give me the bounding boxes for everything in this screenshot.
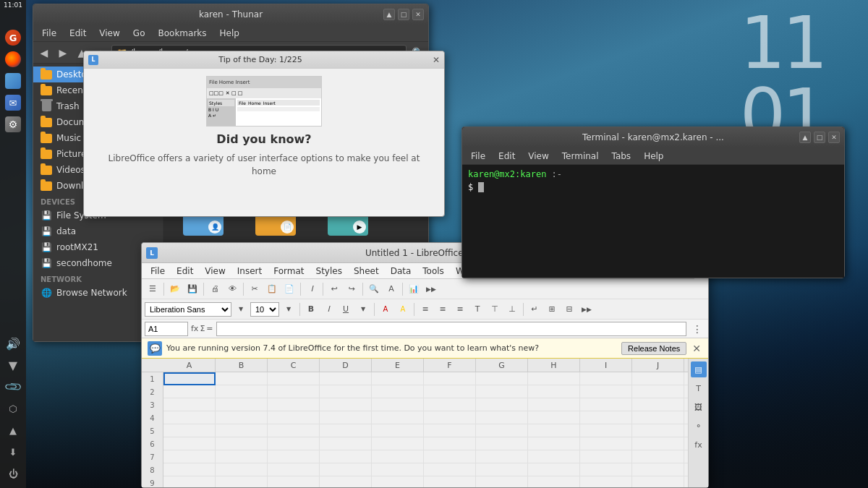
cell-f4[interactable] — [424, 411, 476, 424]
cell-a4[interactable] — [163, 411, 216, 424]
lo-tb-redo[interactable]: ↪ — [344, 281, 359, 297]
cell-d4[interactable] — [320, 411, 372, 424]
lo-tb-chart[interactable]: 📊 — [406, 281, 422, 297]
cell-j1[interactable] — [632, 372, 684, 385]
cell-e1[interactable] — [372, 372, 424, 385]
lo-sidebar-image-btn[interactable]: 🖼 — [691, 399, 707, 415]
dock-item-power[interactable]: ⏻ — [3, 463, 23, 484]
cell-f6[interactable] — [424, 437, 476, 450]
cell-i2[interactable] — [580, 385, 632, 398]
terminal-menu-terminal[interactable]: Terminal — [556, 150, 605, 163]
terminal-menu-view[interactable]: View — [522, 150, 554, 163]
cell-e9[interactable] — [372, 476, 424, 487]
cell-g7[interactable] — [476, 450, 528, 463]
tip-dialog-close-btn[interactable]: ✕ — [433, 55, 440, 65]
cell-g2[interactable] — [476, 385, 528, 398]
lo-tb-align-right[interactable]: ≡ — [452, 301, 468, 317]
lo-tb-preview[interactable]: 👁 — [224, 281, 240, 297]
cell-j4[interactable] — [632, 411, 684, 424]
cell-i9[interactable] — [580, 476, 632, 487]
cell-j9[interactable] — [632, 476, 684, 487]
thunar-maximize-btn[interactable]: □ — [398, 9, 409, 20]
cell-e6[interactable] — [372, 437, 424, 450]
cell-d3[interactable] — [320, 398, 372, 411]
thunar-minimize-btn[interactable]: ▲ — [383, 9, 395, 20]
cell-d7[interactable] — [320, 450, 372, 463]
cell-h8[interactable] — [528, 463, 580, 476]
cell-e7[interactable] — [372, 450, 424, 463]
dock-item-audio[interactable]: 🔊 — [3, 333, 23, 354]
lo-font-name-select[interactable]: Liberation Sans — [145, 302, 231, 317]
lo-tb-copy[interactable]: 📋 — [264, 281, 280, 297]
cell-d1[interactable] — [320, 372, 372, 385]
dock-item-attach[interactable]: 📎 — [3, 377, 23, 397]
lo-menu-sheet[interactable]: Sheet — [348, 265, 385, 278]
sum-btn[interactable]: Σ — [200, 324, 205, 333]
cell-a2[interactable] — [163, 385, 216, 398]
lo-tb-cut[interactable]: ✂ — [247, 281, 263, 297]
cell-h1[interactable] — [528, 372, 580, 385]
cell-f9[interactable] — [424, 476, 476, 487]
dock-item-settings[interactable]: ⚙ — [3, 114, 23, 134]
thunar-back-btn[interactable]: ◀ — [36, 45, 52, 61]
cell-d9[interactable] — [320, 476, 372, 487]
dock-item-network[interactable]: ▼ — [3, 355, 23, 375]
cell-c1[interactable] — [268, 372, 320, 385]
cell-j3[interactable] — [632, 398, 684, 411]
cell-f8[interactable] — [424, 463, 476, 476]
lo-tb-align-center[interactable]: ≡ — [435, 301, 451, 317]
lo-tb-bold-btn[interactable]: B — [303, 301, 319, 317]
release-notes-button[interactable]: Release Notes — [621, 342, 686, 355]
cell-h9[interactable] — [528, 476, 580, 487]
cell-g4[interactable] — [476, 411, 528, 424]
cell-e3[interactable] — [372, 398, 424, 411]
cell-f3[interactable] — [424, 398, 476, 411]
lo-menu-edit[interactable]: Edit — [171, 265, 199, 278]
lo-sidebar-text-btn[interactable]: T — [691, 380, 707, 396]
cell-c2[interactable] — [268, 385, 320, 398]
thunar-menu-edit[interactable]: Edit — [64, 27, 92, 40]
cell-b1[interactable] — [216, 372, 268, 385]
thunar-close-btn[interactable]: ✕ — [412, 9, 424, 20]
cell-e8[interactable] — [372, 463, 424, 476]
dock-item-up[interactable]: ▲ — [3, 420, 23, 440]
cell-e5[interactable] — [372, 424, 424, 437]
equal-btn[interactable]: = — [206, 324, 213, 333]
cell-a8[interactable] — [163, 463, 216, 476]
lo-tb-text[interactable]: T — [469, 301, 485, 317]
lo-tb-align-left[interactable]: ≡ — [417, 301, 433, 317]
cell-c3[interactable] — [268, 398, 320, 411]
cell-b8[interactable] — [216, 463, 268, 476]
cell-i3[interactable] — [580, 398, 632, 411]
cell-h6[interactable] — [528, 437, 580, 450]
lo-tb-highlight[interactable]: A — [395, 301, 411, 317]
cell-f2[interactable] — [424, 385, 476, 398]
notification-close-btn[interactable]: ✕ — [691, 343, 702, 354]
thunar-forward-btn[interactable]: ▶ — [55, 45, 71, 61]
cell-i1[interactable] — [580, 372, 632, 385]
terminal-maximize-btn[interactable]: □ — [814, 132, 825, 143]
terminal-body[interactable]: karen@mx2:karen :- $ — [462, 165, 844, 278]
cell-d5[interactable] — [320, 424, 372, 437]
cell-c7[interactable] — [268, 450, 320, 463]
terminal-menu-file[interactable]: File — [465, 150, 491, 163]
cell-a1[interactable] — [163, 372, 216, 385]
cell-reference-input[interactable] — [145, 322, 188, 336]
lo-tb-strikethrough[interactable]: ▼ — [355, 301, 371, 317]
cell-i4[interactable] — [580, 411, 632, 424]
cell-c9[interactable] — [268, 476, 320, 487]
dock-item-email[interactable]: ✉ — [3, 93, 23, 113]
cell-a7[interactable] — [163, 450, 216, 463]
lo-tb-merge[interactable]: ⊞ — [544, 301, 560, 317]
cell-i5[interactable] — [580, 424, 632, 437]
cell-b6[interactable] — [216, 437, 268, 450]
lo-tb-spellcheck[interactable]: A — [383, 281, 399, 297]
lo-font-size-select[interactable]: 10 pt — [250, 302, 279, 317]
dock-item-3d[interactable]: ⬡ — [3, 398, 23, 419]
thunar-menu-go[interactable]: Go — [127, 27, 151, 40]
cell-c5[interactable] — [268, 424, 320, 437]
terminal-menu-help[interactable]: Help — [638, 150, 669, 163]
dock-item-download[interactable]: ⬇ — [3, 442, 23, 462]
lo-tb-save[interactable]: 💾 — [184, 281, 200, 297]
cell-h5[interactable] — [528, 424, 580, 437]
